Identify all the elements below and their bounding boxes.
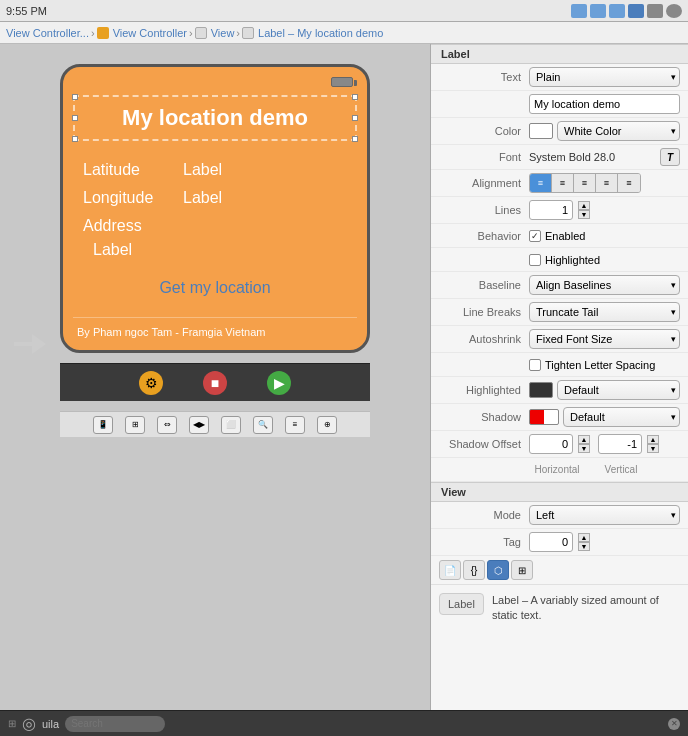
toolbar-btn-1[interactable]: ⚙: [139, 371, 163, 395]
lines-input[interactable]: [529, 200, 573, 220]
lines-stepper: ▲ ▼: [578, 201, 590, 219]
highlighted-checkbox[interactable]: [529, 254, 541, 266]
shadow-v-dec[interactable]: ▼: [647, 444, 659, 453]
tighten-checkbox[interactable]: [529, 359, 541, 371]
latitude-value: Label: [183, 161, 222, 179]
toolbar-icon-1[interactable]: [571, 4, 587, 18]
toolbar-icon-2[interactable]: [590, 4, 606, 18]
shadow-h-dec[interactable]: ▼: [578, 444, 590, 453]
highlighted-color-swatch[interactable]: [529, 382, 553, 398]
small-btn-frame[interactable]: ⬜: [221, 416, 241, 434]
breadcrumb-label[interactable]: Label – My location demo: [258, 27, 383, 39]
highlighted-color-select[interactable]: Default Custom: [557, 380, 680, 400]
text-content-input[interactable]: [529, 94, 680, 114]
baseline-select-wrapper[interactable]: Align Baselines Align Centers: [529, 275, 680, 295]
shadow-h-input[interactable]: [529, 434, 573, 454]
shadow-v-stepper: ▲ ▼: [647, 435, 659, 453]
shadow-v-input[interactable]: [598, 434, 642, 454]
font-picker-button[interactable]: T: [660, 148, 680, 166]
longitude-row: Longitude Label: [73, 189, 357, 207]
lines-decrement[interactable]: ▼: [578, 210, 590, 219]
text-label: Text: [439, 71, 529, 83]
toolbar-icon-5[interactable]: [647, 4, 663, 18]
toolbar-icon-3[interactable]: [609, 4, 625, 18]
align-left-button[interactable]: ≡: [530, 174, 552, 192]
font-value: System Bold 28.0: [529, 151, 656, 163]
align-center-button[interactable]: ≡: [552, 174, 574, 192]
tag-inc[interactable]: ▲: [578, 533, 590, 542]
latitude-label: Latitude: [83, 161, 183, 179]
app-title[interactable]: My location demo: [73, 95, 357, 141]
text-type-select[interactable]: Plain Attributed: [529, 67, 680, 87]
enabled-checkbox[interactable]: [529, 230, 541, 242]
inspector-icon-file[interactable]: 📄: [439, 560, 461, 580]
baseline-select[interactable]: Align Baselines Align Centers: [529, 275, 680, 295]
small-btn-adjust[interactable]: ⇔: [157, 416, 177, 434]
align-right-button[interactable]: ≡: [574, 174, 596, 192]
toolbar-icon-6[interactable]: [666, 4, 682, 18]
color-label: Color: [439, 125, 529, 137]
small-btn-grid[interactable]: ⊞: [125, 416, 145, 434]
color-select[interactable]: White Color Black Color Custom: [557, 121, 680, 141]
bottom-icons-bar: 📄 {} ⬡ ⊞: [431, 556, 688, 585]
shadow-select[interactable]: Default Custom: [563, 407, 680, 427]
uila-bar: ⊞ ◎ uila ✕: [0, 710, 688, 736]
toolbar-btn-3[interactable]: ▶: [267, 371, 291, 395]
color-swatch[interactable]: [529, 123, 553, 139]
main-area: My location demo Latitude Label Longitud…: [0, 44, 688, 710]
autoshrink-row: Autoshrink Fixed Font Size Minimum Font …: [431, 326, 688, 353]
inspector-icon-code[interactable]: {}: [463, 560, 485, 580]
breadcrumb-icon-view: [195, 27, 207, 39]
breadcrumb-view-controller-2[interactable]: View Controller: [113, 27, 187, 39]
shadow-swatch[interactable]: [529, 409, 559, 425]
top-bar: 9:55 PM: [0, 0, 688, 22]
label-info-badge: Label: [439, 593, 484, 615]
align-natural-button[interactable]: ≡: [618, 174, 640, 192]
tag-input[interactable]: [529, 532, 573, 552]
small-btn-list[interactable]: ≡: [285, 416, 305, 434]
shadow-v-inc[interactable]: ▲: [647, 435, 659, 444]
uila-search-input[interactable]: [65, 716, 165, 732]
align-justify-button[interactable]: ≡: [596, 174, 618, 192]
font-label: Font: [439, 151, 529, 163]
breadcrumb-view[interactable]: View: [211, 27, 235, 39]
baseline-row: Baseline Align Baselines Align Centers: [431, 272, 688, 299]
autoshrink-select[interactable]: Fixed Font Size Minimum Font Size Minimu…: [529, 329, 680, 349]
shadow-select-wrapper[interactable]: Default Custom: [563, 407, 680, 427]
highlighted-color-select-wrapper[interactable]: Default Custom: [557, 380, 680, 400]
breadcrumb: View Controller... › View Controller › V…: [0, 22, 688, 44]
uila-close-button[interactable]: ✕: [668, 718, 680, 730]
small-btn-zoom-out[interactable]: 🔍: [253, 416, 273, 434]
tag-stepper: ▲ ▼: [578, 533, 590, 551]
breadcrumb-icon-label: [242, 27, 254, 39]
small-btn-nav[interactable]: ◀▶: [189, 416, 209, 434]
mode-select[interactable]: Left Center Right: [529, 505, 680, 525]
breadcrumb-view-controller-1[interactable]: View Controller...: [6, 27, 89, 39]
linebreaks-select-wrapper[interactable]: Truncate Tail Word Wrap Char Wrap: [529, 302, 680, 322]
shadow-offset-label: Shadow Offset: [439, 438, 529, 450]
small-btn-zoom-in[interactable]: ⊕: [317, 416, 337, 434]
get-location-button[interactable]: Get my location: [73, 279, 357, 297]
autoshrink-select-wrapper[interactable]: Fixed Font Size Minimum Font Size Minimu…: [529, 329, 680, 349]
text-type-select-wrapper[interactable]: Plain Attributed: [529, 67, 680, 87]
small-btn-iphone[interactable]: 📱: [93, 416, 113, 434]
lines-row: Lines ▲ ▼: [431, 197, 688, 224]
toolbar-btn-2[interactable]: ■: [203, 371, 227, 395]
highlighted-label: Highlighted: [545, 254, 600, 266]
battery-icon: [331, 77, 353, 87]
shadow-h-stepper: ▲ ▼: [578, 435, 590, 453]
behavior-label: Behavior: [439, 230, 529, 242]
toolbar-icon-4[interactable]: [628, 4, 644, 18]
inspector-icon-grid[interactable]: ⊞: [511, 560, 533, 580]
color-select-wrapper[interactable]: White Color Black Color Custom: [557, 121, 680, 141]
view-section-title: View: [431, 482, 688, 502]
lines-increment[interactable]: ▲: [578, 201, 590, 210]
mode-select-wrapper[interactable]: Left Center Right: [529, 505, 680, 525]
tag-dec[interactable]: ▼: [578, 542, 590, 551]
inspector-icon-view-3d[interactable]: ⬡: [487, 560, 509, 580]
linebreaks-select[interactable]: Truncate Tail Word Wrap Char Wrap: [529, 302, 680, 322]
tag-label: Tag: [439, 536, 529, 548]
shadow-offset-row: Shadow Offset ▲ ▼ ▲ ▼: [431, 431, 688, 458]
font-row: Font System Bold 28.0 T: [431, 145, 688, 170]
shadow-h-inc[interactable]: ▲: [578, 435, 590, 444]
